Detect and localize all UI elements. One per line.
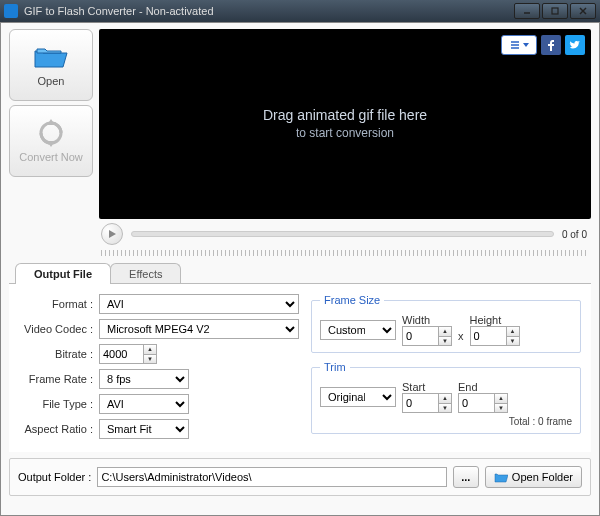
output-folder-label: Output Folder : xyxy=(18,471,91,483)
open-folder-button[interactable]: Open Folder xyxy=(485,466,582,488)
convert-button[interactable]: Convert Now xyxy=(9,105,93,177)
settings-panel: Format : AVI Video Codec : Microsoft MPE… xyxy=(9,284,591,452)
twitter-icon xyxy=(569,39,581,51)
facebook-button[interactable] xyxy=(541,35,561,55)
svg-rect-1 xyxy=(552,8,558,14)
chevron-down-icon xyxy=(523,42,529,48)
filetype-label: File Type : xyxy=(19,398,99,410)
start-input[interactable] xyxy=(402,393,438,413)
format-select[interactable]: AVI xyxy=(99,294,299,314)
codec-label: Video Codec : xyxy=(19,323,99,335)
maximize-button[interactable] xyxy=(542,3,568,19)
view-mode-button[interactable] xyxy=(501,35,537,55)
output-folder-input[interactable] xyxy=(97,467,446,487)
height-label: Height xyxy=(470,314,520,326)
codec-select[interactable]: Microsoft MPEG4 V2 xyxy=(99,319,299,339)
width-input[interactable] xyxy=(402,326,438,346)
open-folder-label: Open Folder xyxy=(512,471,573,483)
start-stepper[interactable]: ▲▼ xyxy=(402,393,452,413)
framerate-select[interactable]: 8 fps xyxy=(99,369,189,389)
trim-total: Total : 0 frame xyxy=(320,416,572,427)
list-icon xyxy=(509,39,521,51)
bitrate-input[interactable] xyxy=(99,344,143,364)
bitrate-up[interactable]: ▲ xyxy=(143,344,157,354)
frame-counter: 0 of 0 xyxy=(562,229,587,240)
bitrate-stepper[interactable]: ▲▼ xyxy=(99,344,157,364)
end-input[interactable] xyxy=(458,393,494,413)
minimize-button[interactable] xyxy=(514,3,540,19)
close-button[interactable] xyxy=(570,3,596,19)
timeline-slider[interactable] xyxy=(131,231,554,237)
convert-label: Convert Now xyxy=(19,151,83,163)
end-stepper[interactable]: ▲▼ xyxy=(458,393,508,413)
width-stepper[interactable]: ▲▼ xyxy=(402,326,452,346)
preview-placeholder: Drag animated gif file here to start con… xyxy=(263,106,427,142)
trim-mode-select[interactable]: Original xyxy=(320,387,396,407)
play-icon xyxy=(107,229,117,239)
end-label: End xyxy=(458,381,508,393)
bitrate-down[interactable]: ▼ xyxy=(143,354,157,365)
framesize-legend: Frame Size xyxy=(320,294,384,306)
facebook-icon xyxy=(545,39,557,51)
folder-icon xyxy=(494,471,508,483)
aspect-select[interactable]: Smart Fit xyxy=(99,419,189,439)
twitter-button[interactable] xyxy=(565,35,585,55)
browse-button[interactable]: ... xyxy=(453,466,479,488)
window-title: GIF to Flash Converter - Non-activated xyxy=(24,5,214,17)
cross-label: x xyxy=(458,330,464,346)
filetype-select[interactable]: AVI xyxy=(99,394,189,414)
height-stepper[interactable]: ▲▼ xyxy=(470,326,520,346)
preview-line1: Drag animated gif file here xyxy=(263,106,427,126)
framerate-label: Frame Rate : xyxy=(19,373,99,385)
play-button[interactable] xyxy=(101,223,123,245)
tab-output-file[interactable]: Output File xyxy=(15,263,111,284)
width-label: Width xyxy=(402,314,452,326)
format-label: Format : xyxy=(19,298,99,310)
aspect-label: Aspect Ratio : xyxy=(19,423,99,435)
preview-line2: to start conversion xyxy=(263,125,427,142)
tab-effects[interactable]: Effects xyxy=(110,263,181,284)
framesize-mode-select[interactable]: Custom xyxy=(320,320,396,340)
titlebar: GIF to Flash Converter - Non-activated xyxy=(0,0,600,22)
trim-legend: Trim xyxy=(320,361,350,373)
timeline-ticks xyxy=(101,250,587,256)
preview-area[interactable]: Drag animated gif file here to start con… xyxy=(99,29,591,219)
framesize-group: Frame Size Custom Width ▲▼ x Height ▲▼ xyxy=(311,294,581,353)
app-icon xyxy=(4,4,18,18)
open-folder-icon xyxy=(33,43,69,71)
bitrate-label: Bitrate : xyxy=(19,348,99,360)
trim-group: Trim Original Start ▲▼ End ▲▼ Total : 0 … xyxy=(311,361,581,434)
open-label: Open xyxy=(38,75,65,87)
convert-icon xyxy=(33,119,69,147)
open-button[interactable]: Open xyxy=(9,29,93,101)
start-label: Start xyxy=(402,381,452,393)
height-input[interactable] xyxy=(470,326,506,346)
